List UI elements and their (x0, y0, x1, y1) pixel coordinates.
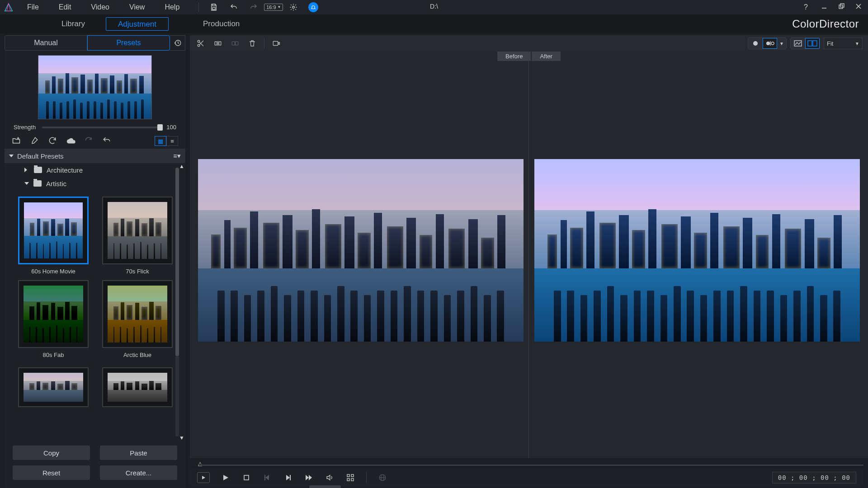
svg-rect-36 (347, 474, 349, 477)
preset-70s-flick[interactable]: 70s Flick (102, 197, 173, 275)
grid-view-icon[interactable]: ▦ (155, 136, 166, 146)
svg-rect-19 (278, 42, 279, 45)
menu-file[interactable]: File (17, 0, 49, 14)
mode-adjustment[interactable]: Adjustment (106, 17, 169, 31)
menu-edit[interactable]: Edit (49, 0, 81, 14)
snapshot-icon[interactable] (271, 38, 282, 49)
create-button[interactable]: Create... (100, 465, 177, 480)
strength-label: Strength (14, 124, 36, 131)
undo-preset-icon[interactable] (102, 136, 112, 146)
svg-rect-16 (232, 42, 235, 45)
svg-marker-27 (202, 476, 205, 479)
sync-icon[interactable] (48, 136, 58, 146)
after-label: After (532, 52, 560, 61)
preset-label: 70s Flick (102, 264, 173, 275)
strength-slider[interactable] (42, 127, 160, 128)
svg-point-11 (198, 44, 200, 47)
preset-arctic-blue[interactable]: Arctic Blue (102, 280, 173, 358)
svg-rect-7 (840, 4, 844, 7)
preset-category-header[interactable]: Default Presets ≡▾ (5, 149, 185, 163)
svg-rect-38 (347, 479, 349, 481)
play-range-icon[interactable] (197, 472, 210, 483)
folder-icon (33, 180, 42, 187)
preset-scrollbar[interactable] (175, 168, 179, 436)
save-icon[interactable] (209, 2, 219, 12)
brush-icon[interactable] (30, 136, 40, 146)
mask-split-icon[interactable] (763, 38, 777, 49)
brand-label: ColorDirector (792, 18, 859, 30)
svg-rect-13 (215, 42, 217, 45)
preset-preview (38, 55, 152, 119)
menu-video[interactable]: Video (81, 0, 119, 14)
reset-button[interactable]: Reset (13, 465, 90, 480)
category-artistic[interactable]: Artistic (5, 177, 185, 190)
category-architecture[interactable]: Architecture (5, 163, 185, 177)
history-icon[interactable] (170, 35, 185, 51)
mode-production[interactable]: Production (191, 17, 251, 31)
timecode[interactable]: 00 ; 00 ; 00 ; 00 (772, 472, 856, 483)
settings-icon[interactable] (288, 2, 298, 12)
preset-80s-fab[interactable]: 80s Fab (18, 280, 89, 358)
svg-marker-34 (306, 475, 309, 480)
before-image[interactable] (198, 159, 524, 342)
split-icon[interactable] (212, 38, 223, 49)
notification-icon[interactable] (308, 2, 318, 12)
before-label: Before (497, 52, 531, 61)
grid-icon[interactable] (345, 473, 355, 483)
preset-60s-home-movie[interactable]: 60s Home Movie (18, 197, 89, 275)
preset-header-menu-icon[interactable]: ≡▾ (173, 152, 181, 160)
copy-button[interactable]: Copy (13, 446, 90, 460)
fast-forward-icon[interactable] (304, 473, 314, 483)
mask-full-icon[interactable] (748, 38, 763, 49)
maximize-icon[interactable] (838, 3, 846, 11)
globe-icon (377, 473, 387, 483)
list-view-icon[interactable]: ≡ (166, 136, 178, 146)
zoom-selector[interactable]: Fit ▼ (824, 38, 863, 49)
preset-item[interactable] (102, 367, 173, 407)
timeline[interactable]: △ (190, 460, 863, 468)
svg-rect-25 (808, 41, 812, 46)
play-icon[interactable] (221, 473, 231, 483)
compare-view-icon[interactable] (805, 38, 820, 49)
folder-icon (34, 167, 42, 173)
mode-library[interactable]: Library (50, 17, 97, 31)
aspect-ratio-selector[interactable]: 16:9▼ (269, 2, 278, 12)
menu-help[interactable]: Help (155, 0, 189, 14)
svg-marker-32 (286, 475, 290, 480)
scroll-down-icon[interactable]: ▼ (179, 435, 184, 441)
after-image[interactable] (534, 159, 860, 342)
help-icon[interactable]: ? (804, 3, 812, 11)
tab-manual[interactable]: Manual (5, 35, 87, 51)
svg-marker-35 (309, 475, 312, 480)
viewer-divider[interactable] (528, 52, 529, 458)
refresh-icon (84, 136, 94, 146)
paste-button[interactable]: Paste (100, 446, 177, 460)
compare-mode-group (790, 38, 820, 49)
transport-bar: 00 ; 00 ; 00 ; 00 (190, 469, 863, 486)
cloud-icon[interactable] (66, 136, 76, 146)
add-folder-icon[interactable] (12, 136, 22, 146)
svg-rect-29 (244, 475, 249, 480)
menu-view[interactable]: View (119, 0, 155, 14)
preset-category-label: Default Presets (17, 152, 64, 160)
preset-label: 80s Fab (18, 348, 89, 358)
cut-icon[interactable] (195, 38, 206, 49)
close-icon[interactable] (855, 3, 863, 11)
volume-icon[interactable] (325, 473, 335, 483)
stop-icon[interactable] (241, 473, 251, 483)
delete-icon[interactable] (247, 38, 258, 49)
minimize-icon[interactable] (821, 3, 829, 11)
preset-item[interactable] (18, 367, 89, 407)
mask-mode-dropdown-icon[interactable]: ▼ (777, 38, 786, 49)
svg-rect-17 (236, 42, 238, 45)
preset-label: Arctic Blue (102, 348, 173, 358)
strength-value: 100 (166, 124, 176, 131)
panel-resize-handle[interactable] (309, 485, 341, 488)
scroll-up-icon[interactable]: ▲ (179, 163, 184, 169)
next-frame-icon[interactable] (283, 473, 293, 483)
svg-rect-39 (351, 479, 354, 481)
single-view-icon[interactable] (791, 38, 805, 49)
undo-icon[interactable] (229, 2, 239, 12)
tab-presets[interactable]: Presets (87, 35, 170, 51)
prev-frame-icon (262, 473, 272, 483)
